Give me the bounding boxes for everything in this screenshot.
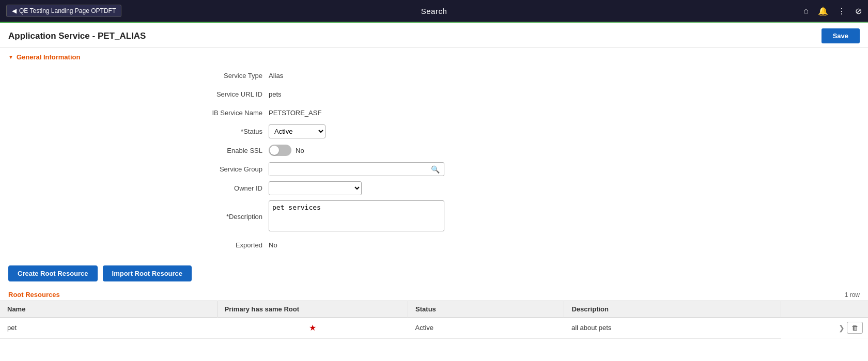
ssl-toggle[interactable] xyxy=(269,145,291,156)
status-field: Active Inactive xyxy=(269,124,868,138)
description-label: *Description xyxy=(0,213,269,221)
enable-ssl-row: Enable SSL No xyxy=(0,141,868,160)
col-header-status: Status xyxy=(408,301,564,318)
general-info-section-header[interactable]: ▼ General Information xyxy=(0,48,868,64)
root-resources-header: Root Resources 1 row xyxy=(0,288,868,301)
service-group-label: Service Group xyxy=(0,165,269,173)
ib-service-name-row: IB Service Name PETSTORE_ASF xyxy=(0,103,868,122)
description-field: pet services xyxy=(269,200,868,233)
exported-label: Exported xyxy=(0,241,269,249)
star-icon: ★ xyxy=(309,323,316,332)
ib-service-name-label: IB Service Name xyxy=(0,109,269,117)
exported-value: No xyxy=(269,241,868,249)
row-actions: ❯ 🗑 xyxy=(781,318,868,338)
resources-table-head: Name Primary has same Root Status Descri… xyxy=(0,301,868,318)
more-vert-icon[interactable]: ⋮ xyxy=(838,6,846,16)
row-delete-button[interactable]: 🗑 xyxy=(847,322,863,334)
col-header-actions xyxy=(781,301,868,318)
section-label: General Information xyxy=(17,53,81,61)
ssl-toggle-label: No xyxy=(296,147,304,154)
page-title: Application Service - PET_ALIAS xyxy=(8,31,146,41)
root-resources-count: 1 row xyxy=(845,291,860,299)
ssl-toggle-wrap: No xyxy=(269,145,868,156)
cancel-icon[interactable]: ⊘ xyxy=(855,6,862,16)
col-header-name: Name xyxy=(0,301,217,318)
resources-table: Name Primary has same Root Status Descri… xyxy=(0,301,868,339)
nav-bar: ◀ QE Testing Landing Page OPTDFT Search … xyxy=(0,0,868,22)
row-chevron-right-icon[interactable]: ❯ xyxy=(839,324,845,332)
home-icon[interactable]: ⌂ xyxy=(803,6,809,15)
root-resources-title: Root Resources xyxy=(8,291,60,299)
bell-icon[interactable]: 🔔 xyxy=(818,6,828,16)
service-type-value: Alias xyxy=(269,72,868,80)
description-textarea[interactable]: pet services xyxy=(269,200,444,231)
general-info-form: Service Type Alias Service URL ID pets I… xyxy=(0,64,868,259)
row-status: Active xyxy=(408,318,564,339)
resources-table-header-row: Name Primary has same Root Status Descri… xyxy=(0,301,868,318)
row-primary-star: ★ xyxy=(217,318,408,339)
import-root-resource-button[interactable]: Import Root Resource xyxy=(103,265,192,281)
create-root-resource-button[interactable]: Create Root Resource xyxy=(8,265,98,281)
exported-row: Exported No xyxy=(0,236,868,254)
service-group-search-icon[interactable]: 🔍 xyxy=(427,165,444,174)
owner-id-label: Owner ID xyxy=(0,184,269,192)
service-type-label: Service Type xyxy=(0,72,269,80)
table-row: pet ★ Active all about pets ❯ 🗑 xyxy=(0,318,868,339)
save-button[interactable]: Save xyxy=(822,28,860,43)
owner-id-select[interactable] xyxy=(269,181,362,195)
section-collapse-arrow: ▼ xyxy=(8,54,13,60)
service-group-input[interactable] xyxy=(269,163,427,176)
service-group-field: 🔍 xyxy=(269,162,868,176)
owner-id-field xyxy=(269,181,868,195)
service-group-input-wrap: 🔍 xyxy=(269,162,444,176)
col-header-description: Description xyxy=(564,301,781,318)
description-row: *Description pet services xyxy=(0,198,868,236)
resources-table-body: pet ★ Active all about pets ❯ 🗑 xyxy=(0,318,868,339)
page-header: Application Service - PET_ALIAS Save xyxy=(0,23,868,48)
back-button[interactable]: ◀ QE Testing Landing Page OPTDFT xyxy=(6,5,121,17)
row-name: pet xyxy=(0,318,217,339)
action-buttons-area: Create Root Resource Import Root Resourc… xyxy=(0,259,868,288)
toggle-circle xyxy=(270,146,279,155)
service-url-id-label: Service URL ID xyxy=(0,90,269,98)
service-type-row: Service Type Alias xyxy=(0,66,868,85)
service-group-row: Service Group 🔍 xyxy=(0,160,868,179)
back-button-label: QE Testing Landing Page OPTDFT xyxy=(19,7,116,14)
service-url-id-row: Service URL ID pets xyxy=(0,85,868,103)
status-label: *Status xyxy=(0,128,269,135)
nav-icons: ⌂ 🔔 ⋮ ⊘ xyxy=(803,6,862,16)
enable-ssl-field: No xyxy=(269,145,868,156)
col-header-primary: Primary has same Root xyxy=(217,301,408,318)
enable-ssl-label: Enable SSL xyxy=(0,147,269,154)
service-url-id-value: pets xyxy=(269,90,868,98)
status-select[interactable]: Active Inactive xyxy=(269,124,326,138)
status-row: *Status Active Inactive xyxy=(0,122,868,141)
ib-service-name-value: PETSTORE_ASF xyxy=(269,109,868,117)
row-description: all about pets xyxy=(564,318,781,339)
owner-id-row: Owner ID xyxy=(0,179,868,198)
back-arrow-icon: ◀ xyxy=(12,7,17,14)
nav-title: Search xyxy=(421,7,447,15)
